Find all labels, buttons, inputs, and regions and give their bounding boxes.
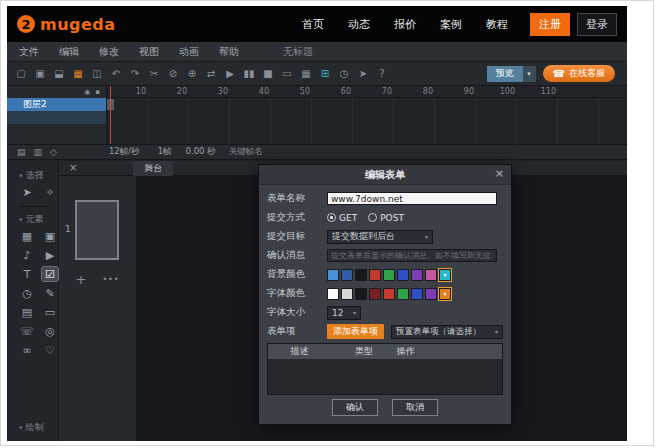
menu-item[interactable]: 修改 xyxy=(99,45,119,59)
preview-button[interactable]: 预览 ▾ xyxy=(487,66,536,82)
dialog-header[interactable]: 编辑表单 × xyxy=(259,165,511,185)
color-swatch[interactable] xyxy=(369,288,381,300)
new-file-icon[interactable]: ▢ xyxy=(15,68,27,79)
phone-tool-icon[interactable]: ☏ xyxy=(19,324,35,338)
form-name-input[interactable] xyxy=(327,192,497,205)
color-swatch[interactable] xyxy=(425,269,437,281)
frame-view-icon[interactable]: ◇ xyxy=(50,147,57,157)
color-swatch[interactable]: ▾ xyxy=(439,288,451,300)
stop-icon[interactable]: ■ xyxy=(262,68,274,79)
add-page-button[interactable]: + xyxy=(75,272,86,287)
color-swatch[interactable] xyxy=(383,269,395,281)
help-icon[interactable]: ? xyxy=(376,68,388,79)
preview-dropdown-icon[interactable]: ▾ xyxy=(523,66,536,82)
nav-item[interactable]: 教程 xyxy=(486,17,508,32)
open-file-icon[interactable]: ▣ xyxy=(34,68,46,79)
menu-item[interactable]: 视图 xyxy=(139,45,159,59)
cancel-button[interactable]: 取消 xyxy=(392,399,438,416)
pointer-icon[interactable]: ➤ xyxy=(357,68,369,79)
heart-tool-icon[interactable]: ♡ xyxy=(42,343,58,357)
color-swatch[interactable] xyxy=(355,288,367,300)
color-swatch[interactable]: ▾ xyxy=(439,269,451,281)
timeline-grid[interactable] xyxy=(107,98,627,144)
library-icon[interactable]: ▦ xyxy=(72,68,84,79)
nav-item[interactable]: 动态 xyxy=(348,17,370,32)
timeline-ruler[interactable]: 102030405060708090100110 xyxy=(107,86,627,98)
add-form-item-button[interactable]: 添加表单项 xyxy=(327,324,384,339)
layer-list-icon[interactable]: ▤ xyxy=(17,147,26,157)
fps-setting[interactable]: 12帧/秒 xyxy=(109,146,140,158)
clock-icon[interactable]: ◷ xyxy=(338,68,350,79)
mugeda-logo[interactable]: 2 mugeda xyxy=(17,15,116,34)
nav-item[interactable]: 案例 xyxy=(440,17,462,32)
film-icon[interactable]: ▦ xyxy=(300,68,312,79)
magnet-icon[interactable]: ⊕ xyxy=(186,68,198,79)
visibility-column-icon[interactable]: ◉ xyxy=(84,88,90,96)
page-thumbnail[interactable] xyxy=(75,200,119,260)
table-body[interactable] xyxy=(268,359,502,394)
onion-skin-icon[interactable]: ▥ xyxy=(34,147,43,157)
select-section-header[interactable]: ▾ 选择 xyxy=(19,169,58,182)
menu-item[interactable]: 编辑 xyxy=(59,45,79,59)
page-options-button[interactable]: ••• xyxy=(102,275,119,284)
preset-items-select[interactable]: 预置表单项（请选择） ▾ xyxy=(391,325,503,339)
close-icon[interactable]: × xyxy=(69,163,77,173)
timeline-layer-subrow[interactable] xyxy=(7,111,106,124)
draw-section-header[interactable]: ▾ 绘制 xyxy=(19,421,58,434)
color-swatch[interactable] xyxy=(411,288,423,300)
pause-icon[interactable]: ▮▮ xyxy=(243,68,255,79)
play-icon[interactable]: ▶ xyxy=(224,68,236,79)
tab-stage[interactable]: 舞台 xyxy=(133,161,173,176)
confirm-button[interactable]: 确认 xyxy=(332,399,378,416)
color-swatch[interactable] xyxy=(327,269,339,281)
menu-item[interactable]: 动画 xyxy=(179,45,199,59)
login-button[interactable]: 登录 xyxy=(577,13,617,36)
keyframe-name-field[interactable]: 关键帧名 xyxy=(229,146,263,158)
message-tool-icon[interactable]: ▭ xyxy=(42,305,58,319)
color-swatch[interactable] xyxy=(341,269,353,281)
font-size-select[interactable]: 12 ▾ xyxy=(327,306,361,320)
undo-icon[interactable]: ↶ xyxy=(110,68,122,79)
color-swatch[interactable] xyxy=(355,269,367,281)
color-swatch[interactable] xyxy=(383,288,395,300)
export-icon[interactable]: ◫ xyxy=(91,68,103,79)
cut-icon[interactable]: ✂ xyxy=(148,68,160,79)
lasso-tool-icon[interactable]: ✧ xyxy=(42,185,58,199)
submit-target-select[interactable]: 提交数据到后台 ▾ xyxy=(327,230,433,244)
image-tool-icon[interactable]: ▣ xyxy=(42,229,58,243)
pointer-tool-icon[interactable]: ➤ xyxy=(19,185,35,199)
component-tool-icon[interactable]: ▦ xyxy=(19,229,35,243)
comment-icon[interactable]: ▭ xyxy=(281,68,293,79)
swap-icon[interactable]: ⇄ xyxy=(205,68,217,79)
method-post-radio[interactable] xyxy=(368,213,377,222)
playhead[interactable] xyxy=(110,86,111,144)
register-button[interactable]: 注册 xyxy=(530,13,570,36)
color-swatch[interactable] xyxy=(327,288,339,300)
target-tool-icon[interactable]: ◎ xyxy=(42,324,58,338)
menu-item[interactable]: 文件 xyxy=(19,45,39,59)
video-tool-icon[interactable]: ▶ xyxy=(42,248,58,262)
pencil-tool-icon[interactable]: ✎ xyxy=(42,286,58,300)
audio-tool-icon[interactable]: ♪ xyxy=(19,248,35,262)
lock-column-icon[interactable]: ▪ xyxy=(95,88,100,96)
close-icon[interactable]: × xyxy=(495,168,504,179)
color-swatch[interactable] xyxy=(341,288,353,300)
confirm-message-input[interactable] xyxy=(327,249,497,262)
grid-icon[interactable]: ⊞ xyxy=(319,68,331,79)
method-get-radio[interactable] xyxy=(327,213,336,222)
color-swatch[interactable] xyxy=(397,288,409,300)
timeline-layer-row[interactable]: 图层2 xyxy=(7,98,106,111)
elements-section-header[interactable]: ▾ 元素 xyxy=(19,213,58,226)
save-icon[interactable]: ⬓ xyxy=(53,68,65,79)
nav-item[interactable]: 报价 xyxy=(394,17,416,32)
color-swatch[interactable] xyxy=(425,288,437,300)
color-swatch[interactable] xyxy=(397,269,409,281)
online-support-button[interactable]: ☎ 在线客服 xyxy=(543,65,615,82)
redo-icon[interactable]: ↷ xyxy=(129,68,141,79)
text-tool-icon[interactable]: T xyxy=(19,267,35,281)
link-tool-icon[interactable]: ∞ xyxy=(19,343,35,357)
menu-item[interactable]: 帮助 xyxy=(219,45,239,59)
color-swatch[interactable] xyxy=(411,269,423,281)
chart-tool-icon[interactable]: ▤ xyxy=(19,305,35,319)
form-tool-icon[interactable]: ☑ xyxy=(42,267,58,281)
